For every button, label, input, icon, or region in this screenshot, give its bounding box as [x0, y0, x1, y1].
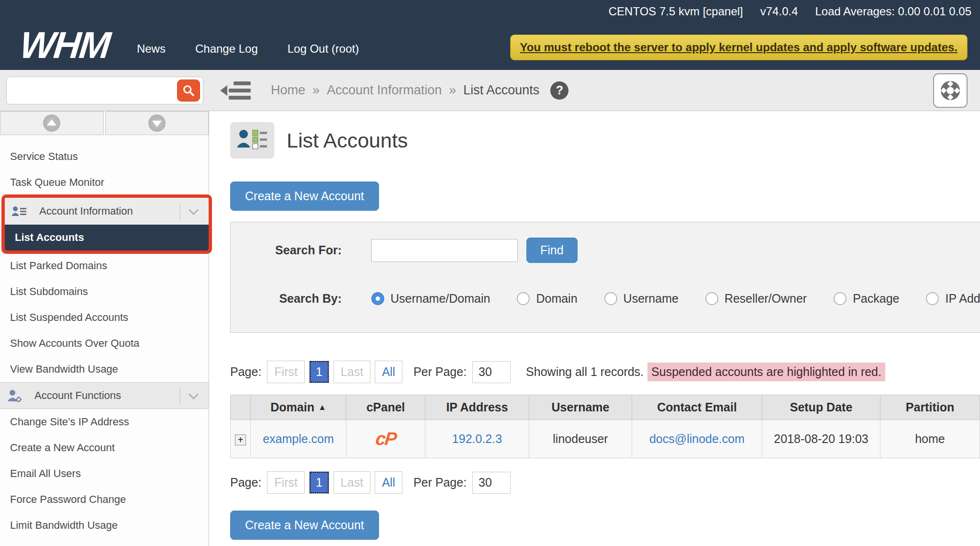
chevron-down-icon [189, 205, 199, 215]
column-header-partition[interactable]: Partition [880, 395, 980, 420]
sidebar-scroll-down-button[interactable] [105, 111, 209, 135]
radio-label: Username/Domain [390, 292, 490, 306]
sidebar-item-service-status[interactable]: Service Status [0, 144, 209, 170]
breadcrumb-current: List Accounts [463, 83, 539, 98]
sidebar-category-account-information[interactable]: Account Information [5, 198, 209, 225]
ip-address-link[interactable]: 192.0.2.3 [452, 432, 502, 445]
divider [180, 387, 180, 404]
sidebar-item-list-suspended-accounts[interactable]: List Suspended Accounts [0, 305, 209, 330]
radio-icon [705, 292, 718, 305]
sidebar-item-email-all-users[interactable]: Email All Users [0, 461, 209, 487]
sidebar-scroll-up-button[interactable] [0, 111, 104, 135]
radio-reseller-owner[interactable]: Reseller/Owner [705, 292, 807, 306]
radio-icon [834, 292, 846, 305]
sort-asc-icon: ▲ [318, 403, 326, 412]
accounts-table: Domain▲ cPanel IP Address Username Conta… [230, 395, 980, 458]
sidebar-item-limit-bandwidth-usage[interactable]: Limit Bandwidth Usage [0, 512, 209, 538]
column-header-domain[interactable]: Domain▲ [251, 395, 346, 420]
sidebar-item-show-accounts-over-quota[interactable]: Show Accounts Over Quota [0, 330, 209, 356]
breadcrumb-account-information[interactable]: Account Information [327, 83, 442, 98]
page-all-button[interactable]: All [375, 361, 402, 383]
sidebar-item-list-accounts[interactable]: List Accounts [5, 225, 209, 250]
page-last-button[interactable]: Last [334, 361, 370, 383]
pagination-bottom: Page: First 1 Last All Per Page: [230, 471, 980, 494]
search-by-label: Search By: [231, 292, 342, 306]
setup-date-cell: 2018-08-20 19:03 [762, 420, 880, 458]
create-account-button-bottom[interactable]: Create a New Account [230, 511, 379, 540]
sidebar-search-button[interactable] [177, 80, 200, 102]
row-expander-button[interactable]: + [235, 434, 246, 445]
account-functions-icon [7, 389, 22, 402]
support-button[interactable] [933, 73, 968, 108]
pagination-top: Page: First 1 Last All Per Page: Showing… [230, 361, 980, 383]
radio-ip-address[interactable]: IP Address [926, 292, 980, 306]
collapse-sidebar-button[interactable] [220, 81, 251, 100]
server-info: CENTOS 7.5 kvm [cpanel] v74.0.4 Load Ave… [609, 5, 971, 18]
expander-column-header [231, 395, 251, 420]
page-all-button[interactable]: All [375, 471, 402, 494]
radio-username[interactable]: Username [604, 292, 679, 306]
radio-username-domain[interactable]: Username/Domain [371, 292, 490, 306]
table-header-row: Domain▲ cPanel IP Address Username Conta… [231, 395, 980, 420]
breadcrumb-separator: » [449, 83, 456, 98]
nav-news[interactable]: News [137, 42, 166, 56]
sidebar-category-label: Account Functions [34, 389, 180, 402]
reboot-warning-banner[interactable]: You must reboot the server to apply kern… [510, 34, 968, 60]
per-page-input[interactable] [472, 472, 511, 494]
breadcrumb-bar: Home » Account Information » List Accoun… [0, 70, 980, 111]
sidebar-item-task-queue-monitor[interactable]: Task Queue Monitor [0, 170, 209, 195]
sidebar-category-account-functions[interactable]: Account Functions [0, 382, 209, 409]
column-header-contact-email[interactable]: Contact Email [632, 395, 762, 420]
sidebar-item-change-sites-ip-address[interactable]: Change Site’s IP Address [0, 409, 209, 435]
page-current-button[interactable]: 1 [309, 361, 329, 383]
page-label: Page: [230, 476, 261, 489]
radio-icon [926, 292, 939, 305]
page-title: List Accounts [287, 129, 408, 152]
suspended-note: Suspended accounts are highlighted in re… [647, 363, 885, 381]
sidebar-item-view-bandwidth-usage[interactable]: View Bandwidth Usage [0, 356, 209, 382]
page-current-button[interactable]: 1 [309, 471, 329, 494]
find-button[interactable]: Find [526, 238, 578, 263]
column-header-ip-address[interactable]: IP Address [425, 395, 529, 420]
create-account-button-top[interactable]: Create a New Account [230, 182, 379, 211]
domain-link[interactable]: example.com [263, 432, 334, 445]
radio-selected-icon [371, 292, 384, 305]
radio-label: IP Address [945, 292, 980, 306]
table-row: + example.com cP 192.0.2.3 linodeuser do… [231, 420, 980, 458]
radio-package[interactable]: Package [834, 292, 899, 306]
sidebar-item-list-parked-domains[interactable]: List Parked Domains [0, 253, 209, 279]
nav-log-out[interactable]: Log Out (root) [288, 42, 359, 56]
main-content: List Accounts Create a New Account Searc… [209, 111, 980, 546]
chevron-down-icon [189, 389, 199, 399]
radio-icon [517, 292, 530, 305]
whm-logo[interactable]: WHM [18, 23, 111, 67]
column-header-label: Domain [270, 400, 314, 414]
breadcrumb-home[interactable]: Home [271, 83, 305, 98]
contact-email-link[interactable]: docs@linode.com [649, 432, 745, 445]
page-last-button[interactable]: Last [334, 471, 370, 494]
records-note: Showing all 1 records. [526, 365, 644, 379]
search-panel: Search For: Find Search By: Username/Dom… [230, 222, 980, 333]
column-header-cpanel[interactable]: cPanel [346, 395, 425, 420]
sidebar-item-list-subdomains[interactable]: List Subdomains [0, 279, 209, 305]
column-header-setup-date[interactable]: Setup Date [762, 395, 880, 420]
nav-change-log[interactable]: Change Log [195, 42, 258, 56]
radio-label: Reseller/Owner [724, 292, 807, 306]
radio-domain[interactable]: Domain [517, 292, 577, 306]
arrow-down-icon [148, 114, 166, 132]
cpanel-logo-icon[interactable]: cP [374, 429, 397, 449]
help-icon[interactable]: ? [550, 81, 568, 100]
breadcrumb-separator: » [312, 83, 320, 98]
page-first-button[interactable]: First [267, 471, 305, 494]
sidebar-item-create-a-new-account[interactable]: Create a New Account [0, 435, 209, 461]
sidebar-search-input[interactable] [7, 77, 177, 104]
sidebar-item-force-password-change[interactable]: Force Password Change [0, 487, 209, 512]
account-search-input[interactable] [371, 239, 518, 262]
sidebar-search [6, 77, 203, 104]
page-first-button[interactable]: First [267, 361, 305, 383]
per-page-input[interactable] [472, 361, 511, 383]
sidebar-scroll-controls [0, 111, 209, 135]
column-header-username[interactable]: Username [529, 395, 632, 420]
search-by-options: Username/Domain Domain Username Res [371, 292, 980, 306]
menu-bars-icon [229, 81, 251, 100]
